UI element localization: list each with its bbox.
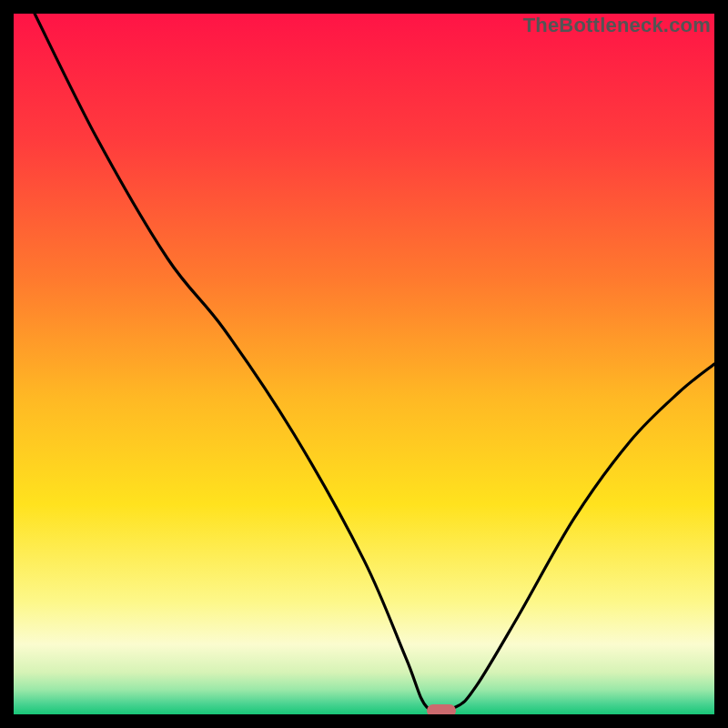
bottleneck-curve	[14, 14, 714, 714]
chart-frame: TheBottleneck.com	[0, 0, 728, 728]
optimal-marker	[427, 704, 456, 714]
plot-area: TheBottleneck.com	[14, 14, 714, 714]
watermark-text: TheBottleneck.com	[523, 14, 711, 37]
